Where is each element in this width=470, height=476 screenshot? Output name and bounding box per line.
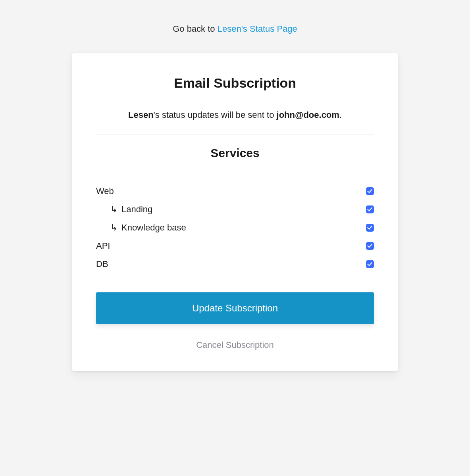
service-checkbox[interactable] xyxy=(366,205,374,213)
service-checkbox[interactable] xyxy=(366,224,374,232)
service-label: Landing xyxy=(121,204,152,215)
subscription-card: Email Subscription Lesen's status update… xyxy=(72,53,398,371)
service-row: DB xyxy=(96,255,374,273)
intro-suffix: . xyxy=(339,110,342,120)
service-checkbox[interactable] xyxy=(366,187,374,195)
service-row: API xyxy=(96,237,374,255)
service-name: Web xyxy=(96,186,114,196)
back-prefix: Go back to xyxy=(173,24,218,34)
service-checkbox[interactable] xyxy=(366,242,374,250)
service-row: ↳Landing xyxy=(96,200,374,219)
service-name: ↳Landing xyxy=(96,204,152,215)
back-line: Go back to Lesen's Status Page xyxy=(72,24,398,34)
child-arrow-icon: ↳ xyxy=(110,223,118,232)
service-label: DB xyxy=(96,259,108,269)
page-title: Email Subscription xyxy=(96,75,374,91)
service-label: Web xyxy=(96,186,114,196)
services-heading: Services xyxy=(96,146,374,160)
service-name: DB xyxy=(96,259,108,269)
subscriber-email: john@doe.com xyxy=(277,110,339,120)
service-row: ↳Knowledge base xyxy=(96,219,374,237)
service-label: API xyxy=(96,241,110,251)
service-row: Web xyxy=(96,182,374,200)
back-link[interactable]: Lesen's Status Page xyxy=(218,24,297,34)
cancel-subscription-button[interactable]: Cancel Subscription xyxy=(96,340,374,350)
intro-mid: 's status updates will be sent to xyxy=(154,110,277,120)
child-arrow-icon: ↳ xyxy=(110,205,118,214)
service-name: API xyxy=(96,241,110,251)
service-label: Knowledge base xyxy=(121,223,186,233)
service-name: ↳Knowledge base xyxy=(96,223,186,233)
service-checkbox[interactable] xyxy=(366,260,374,268)
intro-text: Lesen's status updates will be sent to j… xyxy=(96,108,374,121)
org-name: Lesen xyxy=(128,110,154,120)
divider xyxy=(96,134,374,134)
services-list: Web↳Landing↳Knowledge baseAPIDB xyxy=(96,182,374,273)
update-subscription-button[interactable]: Update Subscription xyxy=(96,292,374,324)
